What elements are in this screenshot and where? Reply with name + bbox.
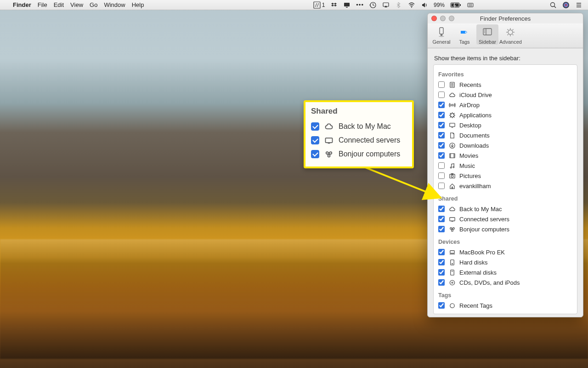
menu-help[interactable]: Help [132,1,144,8]
favorites-checkbox-0[interactable] [438,81,445,88]
svg-point-30 [508,30,513,34]
svg-line-35 [508,29,509,30]
window-titlebar[interactable]: Finder Preferences [428,13,583,23]
server-icon [324,136,334,145]
tab-general[interactable]: General [430,24,452,45]
favorites-checkbox-2[interactable] [438,102,445,108]
devices-label-1: Hard disks [459,259,487,266]
tags-checkbox-0[interactable] [438,302,445,309]
laptop-icon [448,248,456,256]
more-status-icon[interactable]: ••• [356,1,364,8]
home-icon [448,182,456,190]
time-machine-icon[interactable] [369,1,377,9]
menu-edit[interactable]: Edit [54,1,64,8]
menu-go[interactable]: Go [90,1,97,8]
svg-point-53 [451,175,453,177]
favorites-checkbox-6[interactable] [438,142,445,149]
battery-text[interactable]: 99% [434,2,445,8]
devices-checkbox-3[interactable] [438,279,445,286]
svg-point-50 [450,167,452,168]
callout-label-0: Back to My Mac [339,122,391,131]
favorites-label-1: iCloud Drive [459,92,492,98]
shared-label-1: Connected servers [459,216,509,223]
favorites-checkbox-3[interactable] [438,112,445,118]
favorites-checkbox-1[interactable] [438,92,445,98]
cd-icon [448,279,456,286]
favorites-checkbox-7[interactable] [438,152,445,159]
airplay-icon[interactable] [382,1,390,9]
bonjour-icon [324,150,334,159]
battery-icon[interactable] [450,2,461,8]
dropbox-icon[interactable] [330,1,338,9]
airdrop-icon [448,101,456,109]
svg-point-75 [329,152,332,154]
menu-window[interactable]: Window [104,1,125,8]
svg-point-69 [450,280,454,285]
devices-row-1: Hard disks [438,257,572,267]
callout-row-0: Back to My Mac [311,120,407,133]
display-icon[interactable] [343,1,351,9]
favorites-checkbox-4[interactable] [438,122,445,128]
favorites-row-0: Recents [438,80,572,90]
server-icon [448,215,456,223]
shared-checkbox-1[interactable] [438,216,445,222]
svg-line-36 [513,34,514,35]
cloud-icon [324,122,334,131]
svg-point-58 [450,227,452,229]
favorites-label-5: Documents [459,132,490,139]
svg-point-66 [452,263,452,264]
devices-label-2: External disks [459,269,497,276]
volume-icon[interactable] [421,1,428,9]
apps-icon [448,111,456,119]
devices-row-0: MacBook Pro EK [438,247,572,257]
favorites-checkbox-10[interactable] [438,183,445,189]
svg-point-60 [451,230,453,231]
devices-checkbox-0[interactable] [438,249,445,255]
svg-line-37 [508,34,509,35]
svg-rect-1 [344,3,350,6]
section-favorites-title: Favorites [438,71,572,78]
svg-line-38 [513,29,514,30]
svg-point-59 [452,227,454,229]
svg-line-77 [328,154,328,155]
svg-rect-64 [450,250,454,253]
favorites-label-7: Movies [459,152,478,159]
svg-line-14 [554,6,556,8]
svg-point-74 [326,152,328,154]
shared-row-0: Back to My Mac [438,204,572,214]
favorites-checkbox-9[interactable] [438,172,445,179]
desktop-icon [448,121,456,129]
section-shared-title: Shared [438,196,572,202]
tab-tags[interactable]: Tags [453,24,475,45]
devices-label-3: CDs, DVDs, and iPods [459,279,520,286]
bluetooth-icon[interactable] [395,1,402,9]
shared-checkbox-2[interactable] [438,226,445,232]
callout-title: Shared [311,107,407,116]
callout-label-1: Connected servers [339,136,400,144]
favorites-label-6: Downloads [459,142,489,149]
wifi-icon[interactable] [408,1,415,9]
favorites-checkbox-5[interactable] [438,132,445,138]
adobe-status-icon[interactable]: 1 [313,1,325,9]
notification-center-icon[interactable] [575,1,582,9]
cloud-icon [448,205,456,213]
tags-label-0: Recent Tags [459,302,492,309]
devices-checkbox-2[interactable] [438,269,445,276]
window-title: Finder Preferences [428,15,583,22]
menu-file[interactable]: File [38,1,47,8]
spotlight-icon[interactable] [549,1,557,9]
keyboard-input-icon[interactable] [467,1,474,9]
tab-sidebar[interactable]: Sidebar [476,24,498,45]
app-menu-finder[interactable]: Finder [13,1,31,8]
svg-rect-25 [483,29,492,35]
shared-label-2: Bonjour computers [459,226,509,233]
siri-icon[interactable] [562,1,570,9]
favorites-row-2: AirDrop [438,100,572,110]
favorites-checkbox-8[interactable] [438,162,445,169]
menubar: Finder File Edit View Go Window Help 1 •… [0,0,588,10]
tab-advanced[interactable]: Advanced [499,24,521,45]
menu-view[interactable]: View [70,1,83,8]
devices-checkbox-1[interactable] [438,259,445,265]
shared-checkbox-0[interactable] [438,206,445,212]
callout-row-1: Connected servers [311,133,407,147]
